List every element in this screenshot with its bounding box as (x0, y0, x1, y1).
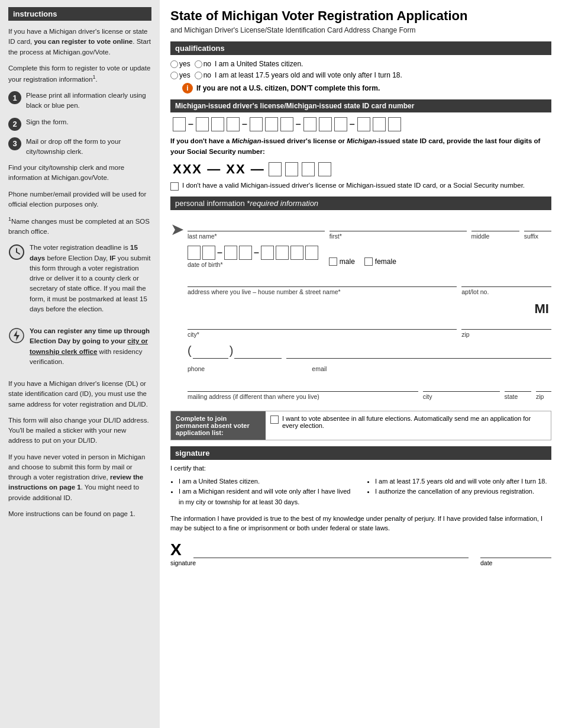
dl-box-7[interactable] (280, 117, 293, 131)
ssn-box-1[interactable] (269, 162, 282, 176)
female-gender: female (364, 257, 396, 266)
step-1-row: 1 Please print all information clearly u… (8, 91, 151, 111)
sig-x-mark: X (170, 542, 182, 558)
age-no-radio[interactable] (195, 72, 202, 79)
signature-line[interactable] (193, 544, 469, 558)
dob-box-6[interactable] (276, 246, 289, 260)
first-name-line[interactable] (330, 218, 467, 231)
dl-box-13[interactable] (388, 117, 401, 131)
zip-line[interactable] (461, 317, 551, 330)
dl-number-boxes: – – – – (173, 117, 551, 131)
phone-email-row: ( ) (188, 344, 551, 359)
dl-box-11[interactable] (357, 117, 370, 131)
absent-checkbox[interactable] (270, 415, 279, 424)
step-3-row: 3 Mail or drop off the form to your city… (8, 137, 151, 157)
certify-col-left: I am a United States citizen. I am a Mic… (170, 476, 355, 508)
sidebar-footnote: 1Name changes must be completed at an SO… (8, 215, 151, 237)
apt-line[interactable] (461, 274, 551, 287)
age-radio-group[interactable]: yes no (170, 71, 211, 79)
dob-label: date of birth* (188, 261, 318, 268)
dl-note: If you don't have a Michigan-issued driv… (170, 136, 551, 157)
sidebar-para5: If you have a Michigan driver's license … (8, 379, 151, 410)
qual-row-1: yes no I am a United States citizen. (170, 60, 551, 68)
qualifications-header: qualifications (170, 41, 551, 55)
dob-box-2[interactable] (202, 246, 215, 260)
ssn-box-3[interactable] (302, 162, 315, 176)
mail-zip-label: zip (536, 393, 551, 400)
dob-box-3[interactable] (224, 246, 237, 260)
first-name-field: first* (330, 218, 467, 240)
phone-number[interactable] (234, 346, 282, 359)
citizen-no-label[interactable]: no (195, 60, 211, 68)
age-yes-radio[interactable] (170, 72, 178, 79)
step-2-circle: 2 (8, 118, 21, 131)
sidebar-para1: If you have a Michigan driver's license … (8, 27, 151, 57)
dl-box-6[interactable] (265, 117, 278, 131)
last-name-line[interactable] (188, 218, 325, 231)
male-checkbox[interactable] (329, 257, 337, 266)
dob-dash-1: – (217, 247, 222, 258)
sidebar-para7: If you have never voted in person in Mic… (8, 452, 151, 503)
middle-line[interactable] (471, 218, 519, 231)
phone-area[interactable] (193, 346, 228, 359)
signature-header: signature (170, 446, 551, 460)
warning-text: If you are not a U.S. citizen, DON'T com… (196, 84, 380, 92)
citizen-radio-group[interactable]: yes no (170, 60, 211, 68)
date-label: date (480, 559, 551, 566)
age-no-label[interactable]: no (195, 71, 211, 79)
city-line[interactable] (188, 317, 457, 330)
dl-box-5[interactable] (250, 117, 263, 131)
dob-box-7[interactable] (290, 246, 303, 260)
sidebar: instructions If you have a Michigan driv… (0, 0, 160, 728)
email-label-div: email (312, 365, 551, 373)
dl-box-10[interactable] (334, 117, 347, 131)
warning-icon: i (182, 83, 193, 94)
phone-label-div: phone (188, 365, 307, 373)
no-id-checkbox[interactable] (170, 182, 179, 191)
male-label: male (340, 257, 355, 266)
dl-box-12[interactable] (373, 117, 386, 131)
dl-header: Michigan-issued driver's license/Michiga… (170, 99, 551, 112)
gender-row: male female (329, 257, 396, 266)
sidebar-para6: This form will also change your DL/ID ad… (8, 415, 151, 446)
apt-label: apt/lot no. (461, 288, 551, 295)
mailing-line[interactable] (188, 379, 418, 392)
certify-bullet-1: I am a United States citizen. (179, 476, 355, 487)
main-content: State of Michigan Voter Registration App… (160, 0, 562, 575)
sig-line-row: X (170, 542, 551, 558)
dl-box-3[interactable] (211, 117, 224, 131)
dob-box-4[interactable] (239, 246, 252, 260)
address-line[interactable] (188, 274, 457, 287)
dl-box-9[interactable] (319, 117, 332, 131)
zip-field: zip (461, 317, 551, 338)
dl-box-4[interactable] (227, 117, 240, 131)
ssn-box-4[interactable] (318, 162, 331, 176)
mail-city-line[interactable] (423, 379, 500, 392)
mail-zip-line[interactable] (536, 379, 551, 392)
dl-box-1[interactable] (173, 117, 186, 131)
age-yes-label[interactable]: yes (170, 71, 190, 79)
dob-box-8[interactable] (305, 246, 318, 260)
dob-box-1[interactable] (188, 246, 201, 260)
mailing-row: mailing address (if different than where… (188, 379, 551, 400)
email-line[interactable] (286, 346, 551, 359)
certify-cols: I am a United States citizen. I am a Mic… (170, 476, 551, 508)
citizen-no-radio[interactable] (195, 60, 202, 68)
dl-box-2[interactable] (196, 117, 209, 131)
date-line[interactable] (480, 544, 551, 558)
dl-section: Michigan-issued driver's license/Michiga… (170, 99, 551, 191)
personal-header: personal information *required informati… (170, 197, 551, 210)
female-checkbox[interactable] (364, 257, 373, 266)
email-field (286, 346, 551, 359)
city-zip-row: city* zip (188, 317, 551, 338)
dob-boxes-container: – – date of birth* (188, 246, 318, 268)
mail-state-line[interactable] (505, 379, 531, 392)
dob-box-5[interactable] (261, 246, 274, 260)
citizen-yes-radio[interactable] (170, 60, 178, 68)
ssn-box-2[interactable] (285, 162, 298, 176)
dl-box-8[interactable] (303, 117, 316, 131)
suffix-line[interactable] (524, 218, 551, 231)
signature-label: signature (170, 559, 469, 566)
last-name-field: last name* (188, 218, 325, 240)
citizen-yes-label[interactable]: yes (170, 60, 190, 68)
